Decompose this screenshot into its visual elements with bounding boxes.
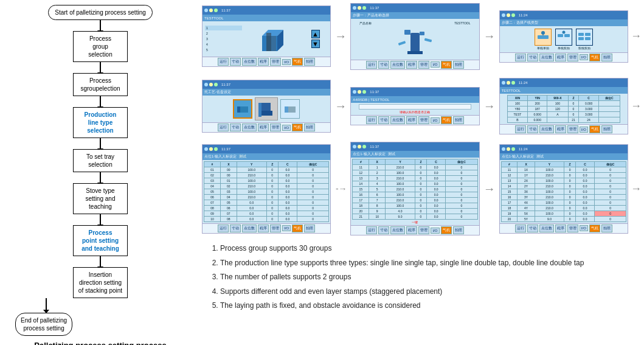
sc-btn-photo-12[interactable]: 拍照	[453, 61, 464, 69]
sc-btn-inch-13[interactable]: 寸动	[527, 54, 538, 61]
svg-rect-8	[407, 51, 423, 54]
sc-btn-prog-23[interactable]: 程序	[555, 125, 566, 133]
screenshots-area: 11:37 TESTTOOL 1 2 3 4 5	[201, 0, 644, 237]
sc-btn-photo-32[interactable]: 拍照	[453, 226, 464, 234]
sc-btn-run-32[interactable]: 运行	[366, 226, 377, 234]
sc-btn-run-21[interactable]: 运行	[218, 124, 229, 131]
sc-btn-run[interactable]: 运行	[218, 58, 229, 66]
sc-btn-run-22[interactable]: 运行	[366, 116, 377, 124]
sc-btn-inch-31[interactable]: 寸动	[230, 225, 241, 232]
svg-rect-9	[398, 41, 406, 46]
sc-btn-inch-33[interactable]: 寸动	[527, 225, 538, 232]
sc-btn-air-13[interactable]: 气机	[589, 54, 600, 61]
sc-btn-io-12[interactable]: I/O	[431, 61, 439, 68]
sc-btn-photo-21[interactable]: 拍照	[304, 124, 315, 131]
sc-up-btn[interactable]: ▲	[311, 30, 320, 38]
sc-btn-mgr-33[interactable]: 管理	[567, 225, 578, 232]
sc-btn-air-21[interactable]: 气机	[292, 124, 303, 131]
sc-btn-io-21[interactable]: I/O	[282, 125, 291, 131]
sc-btn-io-23[interactable]: I/O	[580, 127, 588, 133]
sc-btn-prog-32[interactable]: 程序	[406, 226, 417, 234]
sc-btn-prog-21[interactable]: 程序	[258, 124, 269, 131]
sc-title: TESTTOOL	[203, 15, 330, 21]
sc-btn-prog-22[interactable]: 程序	[406, 116, 417, 124]
sc-btn-mgr-12[interactable]: 管理	[418, 61, 429, 69]
sc-btn-mgr-22[interactable]: 管理	[418, 116, 429, 124]
sc-btn-run-23[interactable]: 运行	[515, 125, 526, 133]
sc-btn-run-31[interactable]: 运行	[218, 225, 229, 232]
sc-btn-io-31[interactable]: I/O	[282, 225, 291, 231]
arrow-5	[100, 172, 101, 183]
sc-btn-inch-12[interactable]: 寸动	[378, 61, 389, 69]
sc-btn-photo-23[interactable]: 拍照	[601, 125, 612, 133]
sc-btn-pos-12[interactable]: 点位数	[390, 61, 405, 69]
sc-btn-air-33[interactable]: 气机	[589, 225, 600, 232]
sc-btn-air-12[interactable]: 气机	[441, 61, 452, 69]
sc-btn-io-32[interactable]: I/O	[431, 228, 439, 234]
sc-btn-prog-33[interactable]: 程序	[555, 225, 566, 232]
sc-btn-air-23[interactable]: 气机	[589, 125, 600, 133]
shape-option-1[interactable]	[233, 99, 252, 119]
shape-option-3[interactable]	[280, 99, 300, 119]
sc-btn-pos-31[interactable]: 点位数	[242, 225, 257, 232]
arrow-r1-1: →	[332, 29, 349, 43]
sc-btn-mgr-21[interactable]: 管理	[270, 124, 281, 131]
sc-btn-io[interactable]: I/O	[282, 59, 291, 65]
sc-btn-mgr-13[interactable]: 管理	[567, 54, 578, 61]
sc-btn-air-32[interactable]: 气机	[441, 226, 452, 234]
sc-btn-run-12[interactable]: 运行	[366, 61, 377, 69]
sc-btn-photo[interactable]: 拍照	[304, 58, 315, 66]
sc-header-31: 11:37	[203, 145, 330, 153]
sc-btn-air-31[interactable]: 气机	[292, 225, 303, 232]
sc-btn-pos-13[interactable]: 点位数	[539, 54, 554, 61]
sc-btn-air-22[interactable]: 气机	[441, 116, 452, 124]
sc-btn-run-33[interactable]: 运行	[515, 225, 526, 232]
sc-btn-inch-32[interactable]: 寸动	[378, 226, 389, 234]
sc-btn-photo-33[interactable]: 拍照	[601, 225, 612, 232]
sc-btn-pos-21[interactable]: 点位数	[242, 124, 257, 131]
svg-rect-22	[237, 106, 240, 113]
sc-btn-prog-31[interactable]: 程序	[258, 225, 269, 232]
svg-rect-20	[585, 37, 590, 40]
sc-point-table-33: #XYZC保位C 111X100.000.00 121Y210.000.00 1…	[501, 161, 626, 222]
svg-rect-17	[578, 33, 584, 36]
sc-btn-mgr-31[interactable]: 管理	[270, 225, 281, 232]
shape-option-2[interactable]	[255, 97, 278, 120]
option-single-single[interactable]	[535, 29, 552, 46]
sc-warning: 请确认拓扑图是否正确	[359, 110, 472, 114]
sc-btn-photo-22[interactable]: 拍照	[453, 116, 464, 124]
sc-btn-io-22[interactable]: I/O	[431, 117, 439, 124]
flow-box-stove: Stove typesetting andteaching	[73, 183, 128, 214]
sc-btn-inch-22[interactable]: 寸动	[378, 116, 389, 124]
sc-btn-mgr[interactable]: 管理	[270, 58, 281, 66]
sc-btn-io-33[interactable]: I/O	[580, 225, 588, 231]
sc-btn-mgr-32[interactable]: 管理	[418, 226, 429, 234]
sc-dot-2	[209, 9, 213, 12]
sc-btn-prog-12[interactable]: 程序	[406, 61, 417, 69]
sc-btn-pos[interactable]: 点位数	[242, 58, 257, 66]
sc-btn-prog[interactable]: 程序	[258, 58, 269, 66]
option-double-double[interactable]	[576, 29, 593, 46]
option-single-double[interactable]	[555, 29, 572, 46]
sc-btn-air[interactable]: 气机	[292, 58, 303, 66]
sc-btn-inch-21[interactable]: 寸动	[230, 124, 241, 131]
sc-btn-pos-32[interactable]: 点位数	[390, 226, 405, 234]
sc-btn-io-13[interactable]: I/O	[580, 54, 588, 60]
sc-btn-inch[interactable]: 寸动	[230, 58, 241, 66]
sc-btn-mgr-23[interactable]: 管理	[567, 125, 578, 133]
sc-btn-prog-13[interactable]: 程序	[555, 54, 566, 61]
sc-btn-pos-22[interactable]: 点位数	[390, 116, 405, 124]
sc-btn-pos-23[interactable]: 点位数	[539, 125, 554, 133]
sc-footer-1: 运行 寸动 点位数 程序 管理 I/O 气机 拍照	[203, 57, 330, 66]
sc-btn-pos-33[interactable]: 点位数	[539, 225, 554, 232]
sc-btn-photo-13[interactable]: 拍照	[601, 54, 612, 61]
sc-btn-run-13[interactable]: 运行	[515, 54, 526, 61]
screenshot-3-1: 11:37 点位1-输入人标设定 测试 #XYZC保位C 0100100.000…	[202, 144, 331, 234]
info-item-4: Supports different odd and even layer st…	[220, 285, 637, 299]
sc-header-22: 11:37	[351, 88, 479, 96]
sc-point-table-32: #XYZC保位C 111210.000.00 122100.000.00 133…	[352, 159, 477, 220]
sc-btn-inch-23[interactable]: 寸动	[527, 125, 538, 133]
sc-down-btn[interactable]: ▼	[311, 40, 320, 48]
info-panel: Process group supports 30 groups The pro…	[201, 237, 644, 345]
sc-btn-photo-31[interactable]: 拍照	[304, 225, 315, 232]
